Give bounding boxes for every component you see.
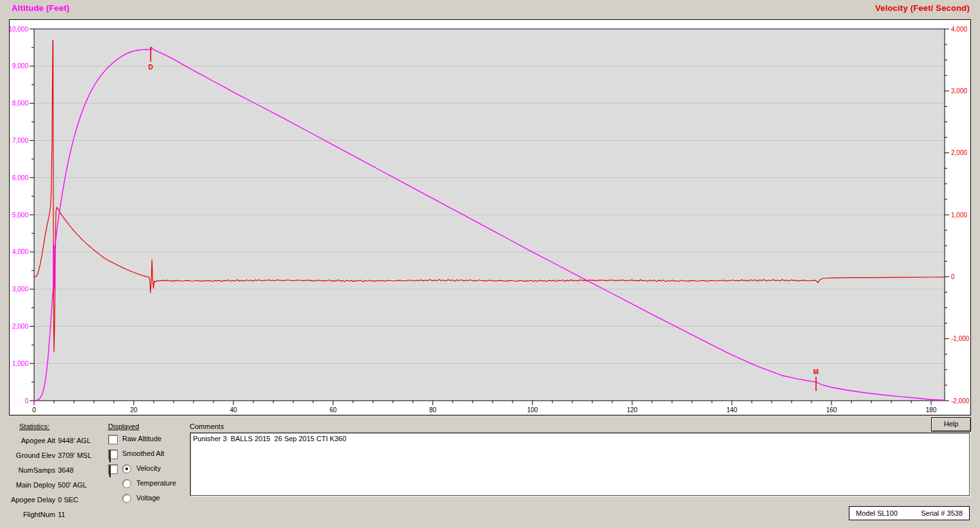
right-axis-tick-label: 3,000 <box>951 87 967 95</box>
voltage-label: Voltage <box>136 494 160 502</box>
altitude-axis-title: Altitude (Feet) <box>12 3 69 13</box>
x-axis-tick-label: 180 <box>926 406 937 414</box>
flight-chart-widget: 01,0002,0003,0004,0005,0006,0007,0008,00… <box>9 19 971 415</box>
marker-label-M: M <box>813 369 819 376</box>
left-axis-tick-label: 2,000 <box>12 323 28 330</box>
right-axis-tick-label: -1,000 <box>951 335 969 342</box>
right-axis-tick-label: 4,000 <box>951 26 967 33</box>
smoothed-alt-label: Smoothed Alt <box>122 450 164 457</box>
velocity-axis-title: Velocity (Feet/ Second) <box>875 3 970 13</box>
stat-value: 9448' AGL <box>58 437 91 444</box>
temperature-label: Temperature <box>136 479 176 487</box>
stat-value: 0 SEC <box>58 496 78 504</box>
help-button[interactable]: Help <box>931 417 971 432</box>
right-axis-tick-label: 2,000 <box>951 149 967 156</box>
voltage-option: Voltage <box>122 494 131 505</box>
x-axis-tick-label: 140 <box>727 406 738 414</box>
stat-value: 11 <box>58 511 65 518</box>
stat-value: 500' AGL <box>58 481 87 489</box>
checkmark-icon <box>109 450 111 462</box>
right-axis-tick-label: 1,000 <box>951 212 967 219</box>
left-axis-tick-label: 1,000 <box>12 360 28 367</box>
device-model: Model SL100 <box>856 509 898 517</box>
x-axis-tick-label: 40 <box>230 406 237 414</box>
left-axis-tick-label: 7,000 <box>12 137 28 144</box>
left-axis-tick-label: 8,000 <box>12 100 28 107</box>
stat-label: Apogee Delay <box>10 496 55 504</box>
stat-label: Ground Elev <box>10 451 55 459</box>
stat-value: 3648 <box>58 466 73 474</box>
x-axis-tick-label: 0 <box>32 406 36 414</box>
velocity-checkbox[interactable] <box>108 464 118 474</box>
flight-data-window: { "window": {"bg": "#d4d0c8"}, "titles":… <box>0 0 980 528</box>
raw-altitude-option: Raw Altitude <box>108 435 118 447</box>
radio-dot-icon <box>125 468 128 470</box>
left-axis-tick-label: 6,000 <box>12 174 28 181</box>
smoothed-alt-checkbox[interactable] <box>108 450 118 459</box>
device-serial: Serial # 3538 <box>921 509 963 517</box>
left-axis-tick-label: 5,000 <box>12 212 28 219</box>
velocity-option: Velocity <box>108 464 118 477</box>
x-axis-tick-label: 60 <box>329 406 337 414</box>
left-axis-tick-label: 10,000 <box>10 26 28 33</box>
displayed-header: Displayed <box>108 423 139 430</box>
comments-label: Comments <box>190 423 224 430</box>
left-axis-tick-label: 0 <box>24 397 28 405</box>
device-info-box: Model SL100 Serial # 3538 <box>849 506 970 520</box>
stat-label: NumSamps <box>10 466 55 474</box>
x-axis-tick-label: 80 <box>429 406 437 414</box>
temperature-radio[interactable] <box>122 479 131 488</box>
stat-label: FlightNum <box>10 511 55 518</box>
comments-textarea[interactable]: Punisher 3 BALLS 2015 26 Sep 2015 CTI K3… <box>190 432 970 496</box>
flight-chart-canvas: 01,0002,0003,0004,0005,0006,0007,0008,00… <box>10 20 969 414</box>
marker-label-D: D <box>149 64 153 71</box>
statistics-header: Statistics: <box>19 423 50 430</box>
left-axis-tick-label: 4,000 <box>12 248 28 255</box>
velocity-radio[interactable] <box>122 464 131 473</box>
stat-label: Apogee Alt <box>10 437 55 444</box>
checkmark-icon <box>109 465 111 477</box>
x-axis-tick-label: 160 <box>826 406 837 414</box>
voltage-radio[interactable] <box>122 494 131 503</box>
x-axis-tick-label: 20 <box>130 406 138 414</box>
x-axis-tick-label: 120 <box>627 406 638 414</box>
smoothed-alt-option: Smoothed Alt <box>108 450 118 462</box>
x-axis-tick-label: 100 <box>527 406 538 414</box>
stat-label: Main Deploy <box>10 481 55 489</box>
left-axis-tick-label: 3,000 <box>12 286 28 293</box>
velocity-label: Velocity <box>136 464 161 472</box>
right-axis-tick-label: -2,000 <box>951 397 969 405</box>
raw-altitude-label: Raw Altitude <box>122 435 161 442</box>
right-axis-tick-label: 0 <box>951 273 955 280</box>
raw-altitude-checkbox[interactable] <box>108 435 118 444</box>
stat-value: 3709' MSL <box>58 451 91 459</box>
left-axis-tick-label: 9,000 <box>12 62 28 69</box>
temperature-option: Temperature <box>122 479 131 491</box>
